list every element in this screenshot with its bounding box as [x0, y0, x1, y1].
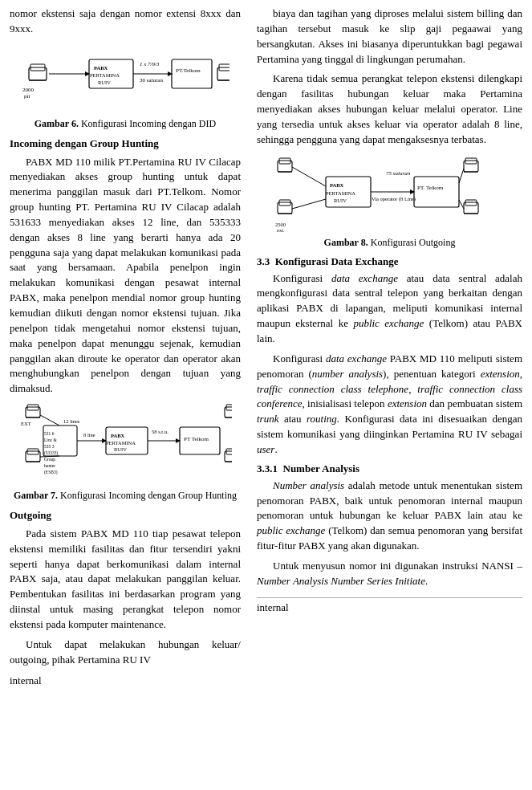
svg-rect-68	[414, 177, 459, 207]
svg-text:ptt: ptt	[24, 93, 30, 100]
svg-rect-52	[278, 161, 292, 172]
svg-text:Via operator (8 Line): Via operator (8 Line)	[372, 196, 416, 202]
para-right1: biaya dan tagihan yang diproses melalui …	[257, 6, 522, 67]
para33-2: Konfigurasi data exchange PABX MD 110 me…	[257, 352, 522, 458]
svg-text:PABX: PABX	[111, 433, 125, 438]
bottom-divider-right: internal	[257, 597, 522, 614]
figure8-caption: Gambar 8. Konfigurasi Outgoing	[257, 237, 522, 249]
svg-line-78	[459, 200, 464, 209]
figure8-block: 2500 ext. PABX PERTAMINA RUIV 75 saluran…	[257, 154, 522, 249]
svg-text:PERTAMINA: PERTAMINA	[106, 440, 136, 446]
svg-text:1 x 7/9/3: 1 x 7/9/3	[140, 61, 160, 67]
svg-text:RUIV: RUIV	[334, 198, 347, 203]
para-right2: Karena tidak semua perangkat telepon eks…	[257, 71, 522, 147]
svg-text:PABX: PABX	[330, 182, 344, 188]
svg-rect-49	[225, 451, 232, 462]
svg-rect-71	[464, 161, 478, 172]
figure6-diagram: 2000 ptt PABX PERTAMINA RUIV 1 x 7/9/3 3…	[21, 43, 229, 116]
svg-line-33	[40, 415, 59, 426]
figure7-caption: Gambar 7. Konfigurasi Incoming dengan Gr…	[10, 490, 241, 502]
svg-text:RUIV: RUIV	[98, 79, 111, 85]
svg-text:ext.: ext.	[277, 227, 285, 233]
figure6-block: 2000 ptt PABX PERTAMINA RUIV 1 x 7/9/3 3…	[10, 43, 241, 130]
svg-text:PERTAMINA: PERTAMINA	[90, 72, 120, 78]
svg-text:Group: Group	[44, 457, 55, 462]
para-outgoing: Pada sistem PABX MD 110 tiap pesawat tel…	[10, 527, 241, 633]
svg-text:PT.Telkom: PT.Telkom	[176, 67, 201, 74]
intro-text: nomor ekstensi saja dengan nomor extensi…	[10, 6, 241, 37]
incoming-group-heading: Incoming dengan Group Hunting	[10, 136, 241, 152]
svg-line-61	[292, 199, 326, 209]
bottom-internal-label-left: internal	[10, 674, 241, 689]
svg-text:EXT: EXT	[21, 421, 31, 426]
outgoing-heading: Outgoing	[10, 508, 241, 523]
section331-heading: 3.3.1 Number Analysis	[257, 462, 522, 475]
svg-text:535 3: 535 3	[44, 444, 55, 449]
para-outgoing2: Untuk dapat melakukan hubungan keluar/ o…	[10, 637, 241, 668]
svg-line-60	[292, 167, 326, 186]
svg-text:2500: 2500	[275, 222, 286, 227]
figure8-diagram: 2500 ext. PABX PERTAMINA RUIV 75 saluran…	[274, 154, 506, 234]
svg-text:30 saluran: 30 saluran	[140, 77, 163, 83]
figure7-diagram: EXT 531 6 Linc & 535 3 (53333) Group hun…	[19, 403, 232, 487]
svg-line-77	[459, 169, 464, 183]
svg-text:PABX: PABX	[94, 65, 108, 71]
right-column: biaya dan tagihan yang diproses melalui …	[249, 0, 532, 700]
figure7-block: EXT 531 6 Linc & 535 3 (53333) Group hun…	[10, 403, 241, 502]
left-column: nomor ekstensi saja dengan nomor extensi…	[0, 0, 249, 700]
svg-rect-22	[26, 451, 40, 462]
svg-text:PT Telkom: PT Telkom	[184, 436, 209, 442]
para1-left: PABX MD 110 milik PT.Pertamina RU IV Cil…	[10, 155, 241, 397]
section33-heading: 3.3 Konfigurasi Data Exchange	[257, 255, 522, 268]
svg-text:(ESB3): (ESB3)	[44, 470, 58, 475]
svg-text:(53333): (53333)	[44, 450, 59, 456]
svg-text:75 saluran: 75 saluran	[386, 170, 411, 177]
svg-text:Linc &: Linc &	[44, 438, 57, 442]
para33-1: Konfigurasi data exchange atau data sent…	[257, 271, 522, 347]
para331-2: Untuk menyusun nomor ini digunakan instr…	[257, 559, 522, 589]
svg-text:58 s.t.u.: 58 s.t.u.	[152, 429, 169, 434]
svg-rect-74	[464, 202, 478, 214]
svg-rect-18	[26, 407, 40, 417]
svg-text:8 line: 8 line	[83, 432, 95, 438]
bottom-internal-label-right: internal	[257, 601, 289, 613]
svg-line-34	[40, 456, 59, 457]
svg-rect-55	[278, 202, 292, 214]
para331-1: Number analysis adalah metode untuk mene…	[257, 478, 522, 554]
svg-rect-13	[172, 59, 212, 88]
svg-text:12 lines: 12 lines	[63, 418, 80, 424]
svg-text:531 6: 531 6	[44, 431, 55, 436]
svg-text:PERTAMINA: PERTAMINA	[326, 190, 355, 196]
svg-text:2000: 2000	[22, 87, 35, 93]
svg-text:PT. Telkom: PT. Telkom	[417, 185, 444, 191]
svg-text:hunter: hunter	[44, 463, 55, 468]
svg-text:RUIV: RUIV	[114, 446, 127, 452]
svg-rect-46	[225, 407, 232, 417]
svg-rect-0	[29, 67, 47, 80]
figure6-caption: Gambar 6. Konfigurasi Incoming dengan DI…	[10, 118, 241, 130]
